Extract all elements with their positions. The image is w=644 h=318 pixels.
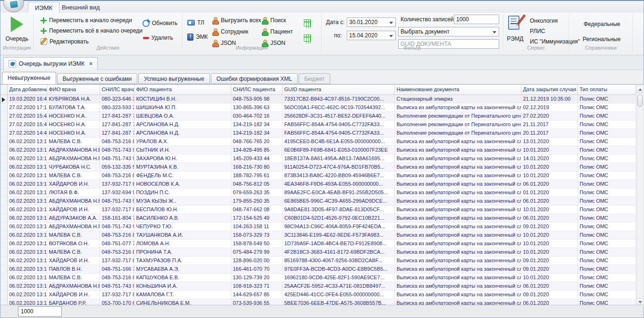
cell[interactable]: Выполнение рекомендации от Перинатальног… — [394, 129, 521, 137]
cell[interactable]: 27.02.2020 15:49:22 — [7, 112, 47, 120]
cell[interactable]: Полис ОМС — [577, 163, 636, 171]
scroll-up-button[interactable] — [637, 86, 643, 93]
cell[interactable]: 128-896-020 00 — [231, 256, 282, 265]
cell[interactable]: Выписка из амбулаторной карты на законче… — [394, 137, 521, 146]
cell[interactable]: Полис ОМС — [577, 256, 636, 265]
cell[interactable]: 425ED446-41CC-0FE4-E055-000000000... — [282, 290, 394, 299]
cell[interactable]: Полис ОМС — [577, 239, 636, 248]
cell[interactable]: ЗАХАРОВА Ю.Н. — [134, 154, 231, 163]
cell[interactable]: 158-878-549 50 — [231, 239, 282, 248]
cell[interactable]: Выполнение рекомендации от Перинатальног… — [394, 120, 521, 129]
federal-button[interactable]: Федеральные — [584, 21, 620, 27]
cell[interactable]: Полис ОМС — [577, 197, 636, 205]
cell[interactable]: Полис ОМС — [577, 282, 636, 290]
cell[interactable]: Выполнение рекомендации от Перинатальног… — [394, 112, 521, 120]
cell[interactable]: МУСАБАЕВА А.Э. — [134, 265, 231, 273]
column-header[interactable]: Дата добавления — [7, 85, 47, 95]
cell[interactable]: Выписка из амбулаторной карты на законче… — [394, 197, 521, 205]
cell[interactable]: 27.02.2020 — [521, 112, 577, 120]
cell[interactable]: 158-161-804 72 — [100, 214, 134, 222]
cell[interactable]: Полис ОМС — [577, 265, 636, 273]
cell[interactable]: Полис ОМС — [577, 290, 636, 299]
document-select-combo[interactable]: Выбрать документ — [398, 27, 499, 36]
cell[interactable]: Полис ОМС — [577, 171, 636, 180]
cell[interactable]: 048-747-662 08 — [231, 205, 282, 214]
cell[interactable]: 048-753-216 80 — [100, 137, 134, 146]
cell[interactable]: ЧУРБАКОВА Н.С. — [47, 163, 100, 171]
cell[interactable]: 048-753-216 80 — [100, 171, 134, 180]
cell[interactable]: Полис ОМС — [577, 154, 636, 163]
cell[interactable]: МАЛЕВА С.В. — [47, 137, 100, 146]
date-to-combo[interactable]: 15.04.2020 — [347, 31, 396, 40]
cell[interactable]: 10.01.2020 — [521, 273, 577, 282]
view-tab[interactable]: Успешно выгруженные — [138, 73, 210, 84]
cell[interactable]: АБДРАХМАНОВА Н.В. — [47, 154, 100, 163]
cell[interactable]: 01.01.2020 — [521, 188, 577, 197]
cell[interactable]: ВАСИЛЕНКО А.В. — [134, 214, 231, 222]
employee-button[interactable]: Сотрудник — [212, 27, 248, 36]
cell[interactable]: КАМАЛОВА Г.Т. — [134, 290, 231, 299]
cell[interactable]: 19.03.2020 16:49:07 — [7, 95, 47, 103]
cell[interactable]: Полис ОМС — [577, 103, 636, 112]
cell[interactable]: Выписка из амбулаторной карты на законче… — [394, 256, 521, 265]
records-count-input[interactable] — [454, 15, 499, 24]
cell[interactable]: 06.02.2020 13:14:50 — [7, 163, 47, 171]
cell[interactable]: ЧЕПУРКО Т.Ю. — [134, 222, 231, 231]
export-all-button[interactable]: Выгрузить всех — [212, 16, 261, 25]
column-header[interactable]: ФИО пациента — [134, 85, 231, 95]
column-header[interactable]: СНИЛС пациента — [231, 85, 282, 95]
cell[interactable]: ТАХМУРАЗОВ П.А. — [134, 256, 231, 265]
cell[interactable]: 06.02.2020 13:14:50 — [7, 248, 47, 256]
cell[interactable]: Выписка из амбулаторной карты на законче… — [394, 290, 521, 299]
vertical-scrollbar[interactable] — [636, 86, 644, 306]
report-list-button-2[interactable] — [304, 34, 311, 42]
cell[interactable]: Выписка из амбулаторной карты на законче… — [394, 171, 521, 180]
scroll-down-button[interactable] — [637, 298, 643, 305]
cell[interactable]: 09.01.2020 — [521, 265, 577, 273]
cell[interactable]: 06.02.2020 13:14:50 — [7, 137, 47, 146]
cell[interactable]: 10.01.2020 — [521, 248, 577, 256]
move-to-queue-start-button[interactable]: Переместить в начало очереди — [41, 16, 132, 25]
cell[interactable]: 14.01.2020 — [521, 154, 577, 163]
cell[interactable]: 06.01.2020 — [521, 197, 577, 205]
cell[interactable]: 98C94A13-C96C-406A-8059-F9F424EDA... — [282, 222, 394, 231]
cell[interactable]: 130-129-739 20 — [231, 273, 282, 282]
cell[interactable]: Полис ОМС — [577, 137, 636, 146]
cell[interactable]: 9A8DAE81-3D05-4F97-8DAE-813D05CF... — [282, 205, 394, 214]
emk-button[interactable]: ЭМК — [187, 33, 208, 41]
cell[interactable]: 137-932-694 98 — [100, 188, 134, 197]
cell[interactable]: 048-756-812 05 — [231, 180, 282, 188]
cell[interactable]: ЛЮТАЯ В.Ф. — [47, 188, 100, 197]
cell[interactable]: 4EA346F8-F9D6-493A-E055-000000000... — [282, 180, 394, 188]
cell[interactable]: Полис ОМС — [577, 120, 636, 129]
cell[interactable]: 048-766-765 20 — [231, 137, 282, 146]
cell[interactable]: 137-932-717 88 — [100, 290, 134, 299]
cell[interactable]: АБДРАХМАНОВА Н.В. — [47, 146, 100, 154]
immunization-button[interactable]: ИС "Иммунизация" — [530, 38, 580, 45]
cell[interactable]: 172-154-525 49 — [231, 214, 282, 222]
cell[interactable]: Выписка из амбулаторной карты на законче… — [394, 163, 521, 171]
cell[interactable]: 048-753-216 80 — [100, 231, 134, 239]
cell[interactable]: 89AAE2FC-E0CA-4EAB-BF91-255B2D505... — [282, 188, 394, 197]
cell[interactable]: Полис ОМС — [577, 112, 636, 120]
cell[interactable]: КОНЬШИНА И.А. — [134, 282, 231, 290]
column-header[interactable]: Наименование документа — [394, 85, 521, 95]
cell[interactable]: 20.11.2017 — [521, 129, 577, 137]
cell[interactable]: 104-263-158 11 — [231, 222, 282, 231]
cell[interactable]: 27.02.2020 15:40:23 — [7, 120, 47, 129]
cell[interactable]: 06.01.2020 — [521, 214, 577, 222]
cell[interactable]: 127-841-287 74 — [100, 129, 134, 137]
cell[interactable]: 179-855-250 35 — [231, 197, 282, 205]
cell[interactable]: 911A0254-D723-47C4-976A-BD1FB70B5... — [282, 163, 394, 171]
cell[interactable]: ХАЙДАРОВ И.Н. — [47, 290, 100, 299]
cell[interactable]: НОСЕНКО Н.А. — [47, 129, 100, 137]
cell[interactable]: Полис ОМС — [577, 273, 636, 282]
remd-button[interactable] — [507, 15, 523, 32]
cell[interactable]: 10.01.2020 — [521, 146, 577, 154]
cell[interactable]: 09.01.2020 — [521, 256, 577, 265]
cell[interactable]: Выписка из амбулаторной карты на законче… — [394, 103, 521, 112]
cell[interactable]: 127-841-287 74 — [100, 120, 134, 129]
cell[interactable]: ПАВЛОВ В.Н. — [47, 265, 100, 273]
cell[interactable]: 56DC00A1-F6CC-462C-9C19-703544392... — [282, 103, 394, 112]
date-from-combo[interactable]: 30.01.2020 — [347, 17, 396, 27]
